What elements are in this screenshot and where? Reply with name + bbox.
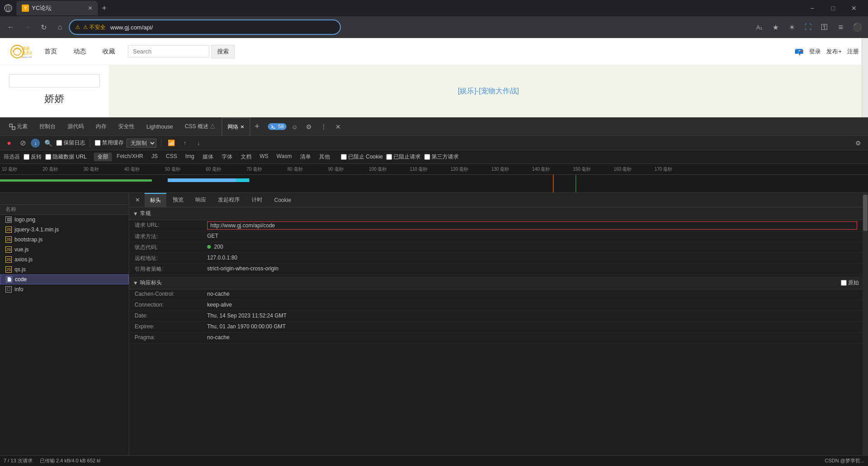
devtools-subbar: ● ⊘ ↓ 🔍 保留日志 禁用缓存 无限制 📶 ↑ ↓ ⚙ (0, 136, 868, 150)
detail-tab-cookie[interactable]: Cookie (269, 193, 296, 207)
site-publish[interactable]: 发布+ (826, 48, 842, 56)
close-button[interactable]: ✕ (844, 0, 864, 16)
detail-scrollbar[interactable] (863, 193, 868, 455)
screenshot-icon[interactable]: ☀ (785, 20, 799, 34)
devtools-tab-add[interactable]: + (251, 122, 263, 131)
detail-tab-preview[interactable]: 预览 (167, 193, 189, 207)
scroll-thumb[interactable] (863, 195, 868, 231)
site-register[interactable]: 注册 (847, 48, 859, 56)
site-main: [娱乐]-[宠物大作战] (109, 65, 868, 117)
user-agent-icon[interactable]: ☺ (288, 120, 301, 133)
devtools-tab-sources[interactable]: 源代码 (62, 118, 89, 136)
scrollbar-right-site[interactable] (862, 38, 868, 117)
site-nav-home[interactable]: 首页 (41, 46, 61, 58)
detail-tab-timing[interactable]: 计时 (246, 193, 268, 207)
wifi-icon[interactable]: 📶 (166, 138, 177, 149)
referrer-policy-row: 引用者策略: strict-origin-when-cross-origin (129, 264, 863, 275)
detail-tab-initiator[interactable]: 发起程序 (213, 193, 245, 207)
more-options-icon[interactable]: ⋮ (317, 120, 330, 133)
file-item-info[interactable]: ☐ info (0, 284, 129, 294)
raw-checkbox[interactable]: 原始 (841, 279, 859, 287)
disable-cache-checkbox[interactable]: 禁用缓存 (95, 139, 124, 147)
site-login[interactable]: 登录 (809, 48, 821, 56)
file-item-bootstrap[interactable]: JS bootstrap.js (0, 235, 129, 245)
remote-address-label: 远程地址: (135, 255, 207, 262)
blocked-cookies-checkbox[interactable]: 已阻止 Cookie (341, 153, 383, 161)
clear-button[interactable]: ⊘ (17, 138, 28, 149)
site-main-link[interactable]: [娱乐]-[宠物大作战] (458, 86, 519, 96)
forward-button[interactable]: → (20, 20, 34, 34)
file-item-logo[interactable]: 🖼 logo.png (0, 215, 129, 225)
nav-bar: ← → ↻ ⌂ ⚠ ⚠ 不安全 www.gj.com/api/ A₁ ★ ☀ ⛶… (0, 16, 868, 38)
devtools-tab-elements[interactable]: 元素 (4, 118, 33, 136)
general-section-header[interactable]: ▼ 常规 (129, 207, 863, 220)
devtools-tab-network[interactable]: 网络 ✕ (222, 118, 250, 136)
minimize-button[interactable]: − (802, 0, 823, 16)
address-url-text[interactable]: www.gj.com/api/ (110, 24, 335, 31)
filter-type-js[interactable]: JS (148, 153, 161, 161)
maps-icon[interactable]: ⛶ (801, 20, 815, 34)
new-tab-button[interactable]: + (98, 2, 111, 14)
filter-type-ws[interactable]: WS (256, 153, 272, 161)
sidebar-search-input[interactable] (9, 74, 100, 87)
tab-close-icon[interactable]: ✕ (88, 5, 92, 11)
profile-icon[interactable]: ⚫ (850, 20, 864, 34)
gear-icon[interactable]: ⚙ (852, 137, 864, 149)
devtools-tab-css[interactable]: CSS 概述 △ (179, 118, 221, 136)
third-party-checkbox[interactable]: 第三方请求 (424, 153, 459, 161)
detail-tab-close[interactable]: ✕ (133, 193, 142, 207)
extensions-icon[interactable]: ⚿ (817, 20, 832, 34)
settings-icon[interactable]: ≡ (834, 20, 848, 34)
site-nav-dynamic[interactable]: 动态 (70, 46, 90, 58)
file-item-jquery[interactable]: JS jquery-3.4.1.min.js (0, 225, 129, 235)
filter-type-css[interactable]: CSS (162, 153, 181, 161)
detail-tab-response[interactable]: 响应 (190, 193, 212, 207)
filter-type-img[interactable]: Img (182, 153, 198, 161)
record-button[interactable]: ● (4, 138, 15, 149)
bookmark-icon[interactable]: ★ (768, 20, 783, 34)
back-button[interactable]: ← (4, 20, 18, 34)
invert-checkbox[interactable]: 反转 (24, 153, 42, 161)
filter-type-fetch[interactable]: Fetch/XHR (113, 153, 147, 161)
customize-icon[interactable]: ⚙ (303, 120, 315, 133)
filter-type-manifest[interactable]: 清单 (296, 153, 315, 161)
preserve-log-checkbox[interactable]: 保留日志 (56, 139, 85, 147)
filter-type-all[interactable]: 全部 (94, 153, 112, 161)
filter-type-font[interactable]: 字体 (218, 153, 236, 161)
browser-tab[interactable]: Y YC论坛 ✕ (16, 1, 98, 15)
devtools-tab-lighthouse[interactable]: Lighthouse (141, 118, 179, 136)
filter-type-wasm[interactable]: Wasm (273, 153, 296, 161)
search-button[interactable]: 搜索 (211, 45, 235, 58)
blocked-requests-checkbox[interactable]: 已阻止请求 (386, 153, 421, 161)
file-item-qs[interactable]: JS qs.js (0, 264, 129, 274)
file-item-vue[interactable]: JS vue.js (0, 245, 129, 255)
search-icon[interactable]: 🔍 (43, 138, 53, 149)
download-icon[interactable]: ↓ (193, 138, 204, 149)
translate-icon[interactable]: A₁ (752, 20, 766, 34)
file-item-axios[interactable]: JS axios.js (0, 255, 129, 264)
reload-button[interactable]: ↻ (36, 20, 51, 34)
filter-type-doc[interactable]: 文档 (237, 153, 255, 161)
file-item-code[interactable]: 📄 code (0, 274, 129, 284)
search-input[interactable] (128, 45, 209, 58)
devtools-tab-security[interactable]: 安全性 (113, 118, 140, 136)
restore-button[interactable]: □ (823, 0, 844, 16)
home-button[interactable]: ⌂ (53, 20, 67, 34)
detail-tab-headers[interactable]: 标头 (145, 193, 166, 207)
connection-row: Connection: keep-alive (129, 300, 863, 311)
upload-icon[interactable]: ↑ (179, 138, 190, 149)
throttle-select[interactable]: 无限制 (126, 139, 156, 148)
site-nav-favorites[interactable]: 收藏 (99, 46, 119, 58)
cache-control-label: Cachen-Control: (135, 291, 207, 297)
filter-type-media[interactable]: 媒体 (199, 153, 217, 161)
devtools-close-icon[interactable]: ✕ (332, 120, 344, 133)
devtools-tab-network-close[interactable]: ✕ (240, 124, 244, 130)
devtools-tab-console[interactable]: 控制台 (34, 118, 61, 136)
devtools-tab-memory[interactable]: 内存 (90, 118, 112, 136)
hide-data-url-checkbox[interactable]: 隐藏数据 URL (45, 153, 87, 161)
address-bar[interactable]: ⚠ ⚠ 不安全 www.gj.com/api/ (69, 19, 341, 35)
fetch-filter-icon[interactable]: ↓ (31, 139, 40, 148)
filter-type-other[interactable]: 其他 (315, 153, 334, 161)
request-url-label: 请求 URL: (135, 221, 207, 229)
response-headers-section-header[interactable]: ▼ 响应标头 原始 (129, 277, 863, 289)
